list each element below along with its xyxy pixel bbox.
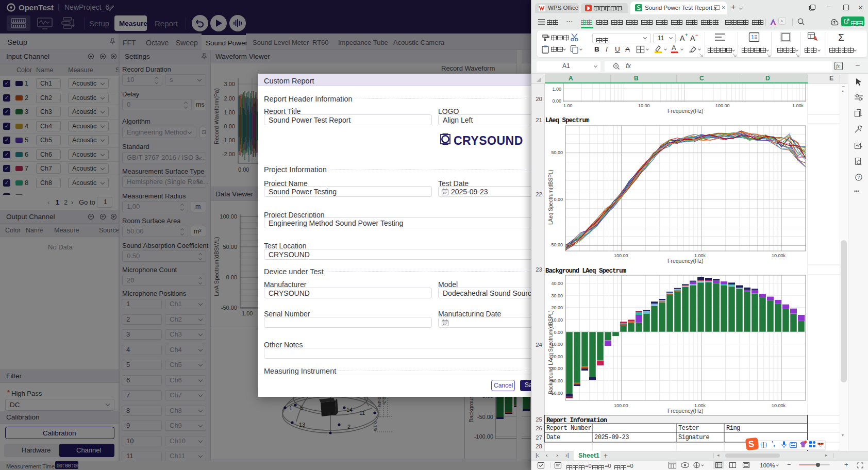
svg-text:?: ? <box>858 175 860 180</box>
